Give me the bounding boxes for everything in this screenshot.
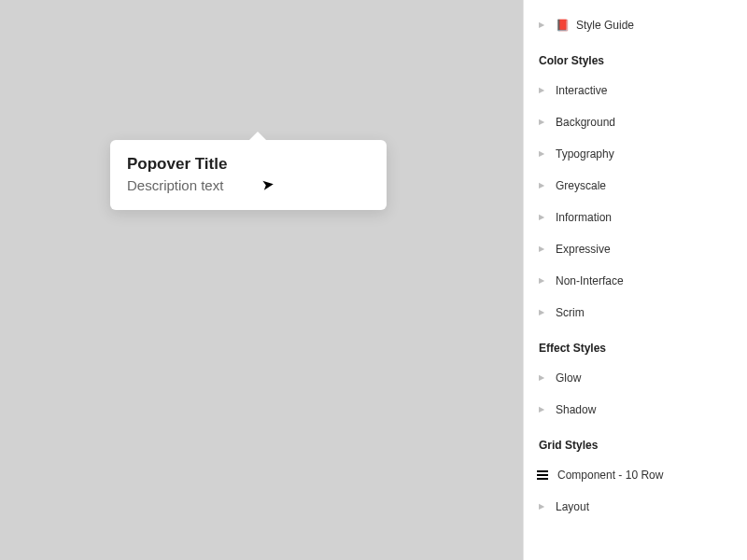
sidebar-item-interactive[interactable]: ▶ Interactive	[524, 75, 747, 106]
chevron-right-icon: ▶	[539, 21, 546, 29]
chevron-right-icon: ▶	[539, 277, 546, 285]
grid-rows-icon	[537, 470, 548, 480]
sidebar-item-label: Glow	[556, 371, 581, 385]
sidebar-item-style-guide[interactable]: ▶ 📕 Style Guide	[524, 9, 747, 41]
sidebar-item-label: Shadow	[556, 403, 596, 416]
sidebar-item-label: Expressive	[556, 243, 611, 256]
cursor-icon: ➤	[261, 175, 275, 194]
book-icon: 📕	[556, 20, 567, 31]
sidebar-item-label: Scrim	[556, 306, 585, 319]
inspector-sidebar: ▶ 📕 Style Guide Color Styles ▶ Interacti…	[523, 0, 747, 560]
chevron-right-icon: ▶	[539, 87, 546, 94]
popover-card[interactable]: Popover Title Description text	[110, 140, 387, 210]
sidebar-item-label: Component - 10 Row	[557, 469, 663, 482]
chevron-right-icon: ▶	[539, 503, 546, 511]
chevron-right-icon: ▶	[539, 374, 546, 382]
chevron-right-icon: ▶	[539, 245, 546, 253]
chevron-right-icon: ▶	[539, 119, 546, 126]
sidebar-item-label: Information	[556, 211, 612, 224]
chevron-right-icon: ▶	[539, 182, 546, 189]
section-header-grid-styles: Grid Styles	[524, 426, 747, 459]
popover-title: Popover Title	[127, 155, 370, 174]
section-header-color-styles: Color Styles	[524, 41, 747, 75]
sidebar-item-non-interface[interactable]: ▶ Non-Interface	[524, 265, 747, 297]
sidebar-item-layout[interactable]: ▶ Layout	[524, 491, 747, 523]
sidebar-item-component-10-row[interactable]: Component - 10 Row	[524, 459, 747, 491]
sidebar-item-label: Layout	[556, 500, 589, 513]
sidebar-item-greyscale[interactable]: ▶ Greyscale	[524, 170, 747, 202]
sidebar-item-label: Style Guide	[576, 19, 634, 32]
sidebar-item-shadow[interactable]: ▶ Shadow	[524, 394, 747, 426]
sidebar-item-scrim[interactable]: ▶ Scrim	[524, 297, 747, 329]
sidebar-item-label: Greyscale	[556, 179, 606, 192]
sidebar-item-label: Non-Interface	[556, 274, 624, 287]
section-header-effect-styles: Effect Styles	[524, 329, 747, 362]
chevron-right-icon: ▶	[539, 406, 546, 413]
sidebar-item-label: Typography	[556, 147, 614, 161]
sidebar-item-glow[interactable]: ▶ Glow	[524, 362, 747, 394]
sidebar-item-label: Background	[556, 116, 615, 129]
chevron-right-icon: ▶	[539, 214, 546, 221]
chevron-right-icon: ▶	[539, 150, 546, 158]
chevron-right-icon: ▶	[539, 309, 546, 316]
sidebar-item-expressive[interactable]: ▶ Expressive	[524, 233, 747, 265]
design-canvas[interactable]: Popover Title Description text ➤	[0, 0, 523, 560]
popover-description: Description text	[127, 177, 370, 193]
sidebar-item-information[interactable]: ▶ Information	[524, 202, 747, 233]
sidebar-item-label: Interactive	[556, 84, 607, 97]
sidebar-item-background[interactable]: ▶ Background	[524, 106, 747, 138]
sidebar-item-typography[interactable]: ▶ Typography	[524, 138, 747, 170]
